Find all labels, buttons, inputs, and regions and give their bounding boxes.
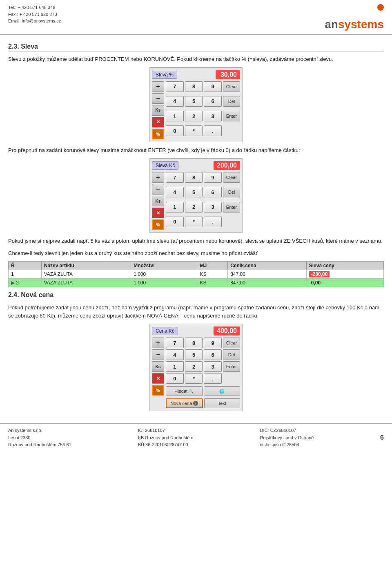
main-content: 2.3. Sleva Slevu z položky můžeme udělat… — [0, 35, 392, 419]
table-header-r: Ř — [9, 262, 42, 270]
row1-r: 1 — [9, 270, 42, 279]
calc1-btn-dot[interactable]: . — [204, 125, 222, 136]
calc1-btn-1[interactable]: 1 — [166, 111, 184, 121]
calc1-btn-0[interactable]: 0 — [166, 125, 184, 136]
calc3-label: Cena Kč — [152, 327, 178, 335]
calc2-del-button[interactable]: Del — [223, 187, 240, 197]
calc3-del-button[interactable]: Del — [223, 349, 240, 360]
calc1-btn-5[interactable]: 5 — [185, 96, 203, 107]
calc1-plus-button[interactable]: + — [152, 81, 164, 92]
calc2-btn-2[interactable]: 2 — [185, 202, 203, 212]
calc3-btn-3[interactable]: 3 — [204, 361, 222, 372]
calc2-enter-button[interactable]: Enter — [223, 202, 240, 212]
row2-mj: KS — [197, 279, 228, 287]
fax-line: Fax.: + 420 571 620 270 — [8, 11, 61, 18]
calc1-btn-3[interactable]: 3 — [204, 111, 222, 121]
footer-dic: DIČ: CZ26810107 — [260, 427, 314, 434]
calc2-btn-0[interactable]: 0 — [166, 217, 184, 227]
calc2-btn-8[interactable]: 8 — [185, 172, 203, 183]
calc1-enter-button[interactable]: Enter — [223, 111, 240, 121]
calc2-btn-1[interactable]: 1 — [166, 202, 184, 212]
calc1-btn-8[interactable]: 8 — [185, 81, 203, 92]
footer-col2: IČ: 26810107 KB Rožnov pod Radhoštěm BÚ:… — [138, 427, 194, 449]
calc3-grid: 7 8 9 Clear 4 5 6 Del 1 2 3 Enter 0 * — [166, 338, 240, 384]
calc2-btn-3[interactable]: 3 — [204, 202, 222, 212]
calc3-btn-8[interactable]: 8 — [185, 338, 203, 348]
page-number: 6 — [380, 427, 384, 449]
calc3-globe-button[interactable]: 🌐 — [204, 386, 241, 396]
calc3-btn-star[interactable]: * — [185, 373, 203, 384]
calc3-ks-button[interactable]: Ks — [152, 361, 164, 372]
info-icon: i — [193, 401, 198, 406]
calc3-btn-7[interactable]: 7 — [166, 338, 184, 348]
footer-account: BÚ:86-2201060287/0100 — [138, 441, 194, 449]
calc3-clear-button[interactable]: Clear — [223, 338, 240, 348]
calc1-x-button[interactable]: ✕ — [152, 117, 164, 127]
calc3-btn-9[interactable]: 9 — [204, 338, 222, 348]
calc1-ks-button[interactable]: Ks — [152, 105, 164, 116]
calc3-btn-dot[interactable]: . — [204, 373, 222, 384]
logo-text: ansystems — [325, 18, 384, 31]
calc3-btn-5[interactable]: 5 — [185, 349, 203, 360]
calc1-label: Sleva % — [152, 71, 177, 79]
items-table: Ř Název artiklu Množství MJ Ceník.cena S… — [8, 261, 384, 287]
calc2-btn-5[interactable]: 5 — [185, 187, 203, 197]
search-icon: 🔍 — [189, 389, 194, 394]
calc2-ks-button[interactable]: Ks — [152, 196, 164, 206]
calc3-bottom-row: Hledat 🔍 🌐 — [166, 386, 240, 396]
contact-info: Tel.: + 420 571 648 348 Fax.: + 420 571 … — [8, 4, 61, 25]
calc1-btn-star[interactable]: * — [185, 125, 203, 136]
calc3-pct-button[interactable]: % — [152, 385, 164, 396]
sleva-after-text: Pokud jsme si nejprve zadali např. 5 ks … — [8, 237, 384, 245]
calc2-btn-9[interactable]: 9 — [204, 172, 222, 183]
row1-price: 847,00 — [228, 270, 307, 279]
calc1-btn-7[interactable]: 7 — [166, 81, 184, 92]
calc1-btn-9[interactable]: 9 — [204, 81, 222, 92]
calc3-minus-button[interactable]: − — [152, 349, 164, 360]
calc2-btn-dot[interactable]: . — [204, 217, 222, 227]
calc1-btn-2[interactable]: 2 — [185, 111, 203, 121]
calc3-btn-4[interactable]: 4 — [166, 349, 184, 360]
calc2-container: Sleva Kč 200,00 + − Ks ✕ % 7 8 9 Clear 4 — [8, 158, 384, 233]
calc3-btn-0[interactable]: 0 — [166, 373, 184, 384]
footer-col3: DIČ: CZ26810107 Rejstříkový soud v Ostra… — [260, 427, 314, 449]
calc2-btn-6[interactable]: 6 — [204, 187, 222, 197]
calc3-enter-button[interactable]: Enter — [223, 361, 240, 372]
row2-qty: 1,000 — [131, 279, 197, 287]
calc3-x-button[interactable]: ✕ — [152, 373, 164, 384]
calc3-nova-cena-button[interactable]: Nová cena i — [166, 398, 203, 408]
calc2-minus-button[interactable]: − — [152, 184, 164, 195]
row2-arrow: ▶ 2 — [9, 279, 42, 287]
calc3-hledat-button[interactable]: Hledat 🔍 — [166, 386, 203, 396]
row1-sleva: -200,00 — [306, 270, 383, 279]
calc2-pct-button[interactable]: % — [152, 219, 164, 230]
logo: ansystems — [325, 4, 384, 31]
calc1-left-buttons: + − Ks ✕ % — [152, 81, 164, 139]
calc3-btn-2[interactable]: 2 — [185, 361, 203, 372]
calc2-grid: 7 8 9 Clear 4 5 6 Del 1 2 3 Enter 0 * . — [166, 172, 240, 230]
calc3-text-button[interactable]: Text — [204, 398, 241, 408]
calc1-del-button[interactable]: Del — [223, 96, 240, 107]
table-header-name: Název artiklu — [41, 262, 131, 270]
calc2-btn-4[interactable]: 4 — [166, 187, 184, 197]
calc3-header: Cena Kč 400,00 — [152, 327, 240, 335]
calc1-pct-button[interactable]: % — [152, 129, 164, 139]
calc2-clear-button[interactable]: Clear — [223, 172, 240, 183]
calc2-btn-7[interactable]: 7 — [166, 172, 184, 183]
calc3-display: 400,00 — [214, 327, 240, 335]
calc2-x-button[interactable]: ✕ — [152, 208, 164, 218]
calc3-btn-6[interactable]: 6 — [204, 349, 222, 360]
calc1-container: Sleva % 30,00 + − Ks ✕ % 7 8 9 Clear — [8, 67, 384, 142]
calc3-plus-button[interactable]: + — [152, 338, 164, 348]
section-nova-title: 2.4. Nová cena — [8, 291, 53, 298]
calc3-btn-1[interactable]: 1 — [166, 361, 184, 372]
calc2-btn-star[interactable]: * — [185, 217, 203, 227]
calc1-btn-4[interactable]: 4 — [166, 96, 184, 107]
nova-cena-label: Nová cena — [170, 401, 192, 406]
footer-court: Rejstříkový soud v Ostravě — [260, 434, 314, 442]
calc2-plus-button[interactable]: + — [152, 172, 164, 183]
calc1-clear-button[interactable]: Clear — [223, 81, 240, 92]
calc1-btn-6[interactable]: 6 — [204, 96, 222, 107]
section-sleva-title: 2.3. Sleva — [8, 43, 38, 50]
calc1-minus-button[interactable]: − — [152, 93, 164, 104]
